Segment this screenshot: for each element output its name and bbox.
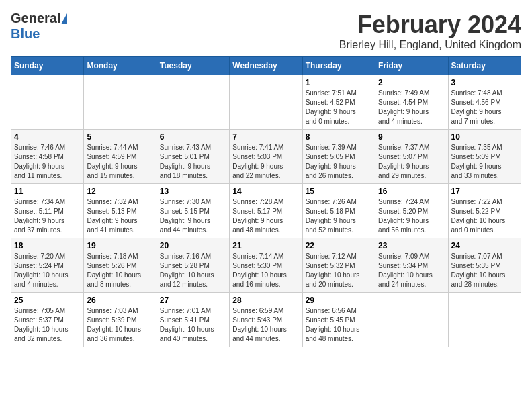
calendar-cell: 26Sunrise: 7:03 AM Sunset: 5:39 PM Dayli…: [84, 293, 157, 347]
day-info: Sunrise: 6:56 AM Sunset: 5:45 PM Dayligh…: [306, 306, 372, 344]
day-info: Sunrise: 7:09 AM Sunset: 5:34 PM Dayligh…: [378, 252, 445, 289]
day-info: Sunrise: 7:44 AM Sunset: 4:59 PM Dayligh…: [87, 143, 153, 181]
calendar-cell: 22Sunrise: 7:12 AM Sunset: 5:32 PM Dayli…: [302, 238, 375, 293]
calendar-cell: 12Sunrise: 7:32 AM Sunset: 5:13 PM Dayli…: [84, 184, 157, 238]
calendar-cell: 8Sunrise: 7:39 AM Sunset: 5:05 PM Daylig…: [302, 130, 375, 184]
calendar-cell: [448, 293, 521, 347]
day-number: 29: [306, 295, 372, 305]
day-number: 26: [87, 295, 153, 305]
calendar-cell: 6Sunrise: 7:43 AM Sunset: 5:01 PM Daylig…: [157, 130, 229, 184]
day-info: Sunrise: 7:28 AM Sunset: 5:17 PM Dayligh…: [232, 197, 299, 235]
day-info: Sunrise: 7:39 AM Sunset: 5:05 PM Dayligh…: [306, 143, 372, 181]
day-number: 8: [306, 132, 372, 142]
calendar-cell: 10Sunrise: 7:35 AM Sunset: 5:09 PM Dayli…: [448, 130, 521, 184]
day-info: Sunrise: 7:20 AM Sunset: 5:24 PM Dayligh…: [14, 252, 81, 289]
calendar-cell: 5Sunrise: 7:44 AM Sunset: 4:59 PM Daylig…: [84, 130, 157, 184]
logo-blue-text: Blue: [11, 26, 40, 42]
weekday-header-row: SundayMondayTuesdayWednesdayThursdayFrid…: [11, 57, 521, 75]
day-number: 27: [160, 295, 226, 305]
day-info: Sunrise: 7:18 AM Sunset: 5:26 PM Dayligh…: [87, 252, 153, 289]
calendar-cell: 15Sunrise: 7:26 AM Sunset: 5:18 PM Dayli…: [302, 184, 375, 238]
day-number: 6: [160, 132, 226, 142]
day-number: 21: [232, 241, 299, 250]
day-info: Sunrise: 6:59 AM Sunset: 5:43 PM Dayligh…: [232, 306, 299, 344]
day-number: 3: [451, 78, 518, 87]
weekday-header-monday: Monday: [84, 57, 157, 75]
day-number: 25: [14, 295, 81, 305]
day-number: 24: [451, 241, 518, 250]
calendar-cell: 3Sunrise: 7:48 AM Sunset: 4:56 PM Daylig…: [448, 75, 521, 130]
day-info: Sunrise: 7:01 AM Sunset: 5:41 PM Dayligh…: [160, 306, 226, 344]
calendar-cell: [230, 75, 302, 130]
day-number: 16: [378, 187, 445, 196]
day-info: Sunrise: 7:16 AM Sunset: 5:28 PM Dayligh…: [160, 252, 226, 289]
logo-general-text: General: [11, 11, 60, 26]
day-info: Sunrise: 7:48 AM Sunset: 4:56 PM Dayligh…: [451, 89, 518, 126]
weekday-header-tuesday: Tuesday: [157, 57, 229, 75]
weekday-header-thursday: Thursday: [302, 57, 375, 75]
day-info: Sunrise: 7:03 AM Sunset: 5:39 PM Dayligh…: [87, 306, 153, 344]
logo-triangle-icon: [61, 13, 67, 24]
calendar-cell: [11, 75, 84, 130]
day-info: Sunrise: 7:07 AM Sunset: 5:35 PM Dayligh…: [451, 252, 518, 289]
calendar-week-2: 4Sunrise: 7:46 AM Sunset: 4:58 PM Daylig…: [11, 130, 521, 184]
day-number: 15: [306, 187, 372, 196]
calendar-cell: 2Sunrise: 7:49 AM Sunset: 4:54 PM Daylig…: [375, 75, 448, 130]
calendar-cell: 16Sunrise: 7:24 AM Sunset: 5:20 PM Dayli…: [375, 184, 448, 238]
day-number: 11: [14, 187, 81, 196]
day-info: Sunrise: 7:37 AM Sunset: 5:07 PM Dayligh…: [378, 143, 445, 181]
calendar-cell: 20Sunrise: 7:16 AM Sunset: 5:28 PM Dayli…: [157, 238, 229, 293]
day-number: 1: [306, 78, 372, 87]
calendar-week-1: 1Sunrise: 7:51 AM Sunset: 4:52 PM Daylig…: [11, 75, 521, 130]
calendar-cell: [157, 75, 229, 130]
day-info: Sunrise: 7:49 AM Sunset: 4:54 PM Dayligh…: [378, 89, 445, 126]
calendar-cell: 27Sunrise: 7:01 AM Sunset: 5:41 PM Dayli…: [157, 293, 229, 347]
day-info: Sunrise: 7:43 AM Sunset: 5:01 PM Dayligh…: [160, 143, 226, 181]
day-number: 4: [14, 132, 81, 142]
calendar-cell: 13Sunrise: 7:30 AM Sunset: 5:15 PM Dayli…: [157, 184, 229, 238]
weekday-header-sunday: Sunday: [11, 57, 84, 75]
calendar-cell: 28Sunrise: 6:59 AM Sunset: 5:43 PM Dayli…: [230, 293, 302, 347]
day-number: 19: [87, 241, 153, 250]
day-info: Sunrise: 7:34 AM Sunset: 5:11 PM Dayligh…: [14, 197, 81, 235]
day-info: Sunrise: 7:12 AM Sunset: 5:32 PM Dayligh…: [306, 252, 372, 289]
calendar-cell: 24Sunrise: 7:07 AM Sunset: 5:35 PM Dayli…: [448, 238, 521, 293]
logo: General Blue: [11, 11, 67, 42]
location-title: Brierley Hill, England, United Kingdom: [339, 39, 521, 51]
calendar-cell: 21Sunrise: 7:14 AM Sunset: 5:30 PM Dayli…: [230, 238, 302, 293]
day-info: Sunrise: 7:22 AM Sunset: 5:22 PM Dayligh…: [451, 197, 518, 235]
day-number: 13: [160, 187, 226, 196]
day-number: 20: [160, 241, 226, 250]
day-number: 10: [451, 132, 518, 142]
calendar-week-3: 11Sunrise: 7:34 AM Sunset: 5:11 PM Dayli…: [11, 184, 521, 238]
calendar-table: SundayMondayTuesdayWednesdayThursdayFrid…: [11, 56, 521, 347]
day-number: 9: [378, 132, 445, 142]
calendar-cell: 1Sunrise: 7:51 AM Sunset: 4:52 PM Daylig…: [302, 75, 375, 130]
calendar-week-5: 25Sunrise: 7:05 AM Sunset: 5:37 PM Dayli…: [11, 293, 521, 347]
calendar-cell: 7Sunrise: 7:41 AM Sunset: 5:03 PM Daylig…: [230, 130, 302, 184]
day-info: Sunrise: 7:51 AM Sunset: 4:52 PM Dayligh…: [306, 89, 372, 126]
day-number: 7: [232, 132, 299, 142]
day-info: Sunrise: 7:35 AM Sunset: 5:09 PM Dayligh…: [451, 143, 518, 181]
day-info: Sunrise: 7:14 AM Sunset: 5:30 PM Dayligh…: [232, 252, 299, 289]
calendar-cell: 23Sunrise: 7:09 AM Sunset: 5:34 PM Dayli…: [375, 238, 448, 293]
calendar-cell: 14Sunrise: 7:28 AM Sunset: 5:17 PM Dayli…: [230, 184, 302, 238]
weekday-header-wednesday: Wednesday: [230, 57, 302, 75]
day-info: Sunrise: 7:05 AM Sunset: 5:37 PM Dayligh…: [14, 306, 81, 344]
calendar-cell: [84, 75, 157, 130]
day-info: Sunrise: 7:26 AM Sunset: 5:18 PM Dayligh…: [306, 197, 372, 235]
day-number: 12: [87, 187, 153, 196]
calendar-week-4: 18Sunrise: 7:20 AM Sunset: 5:24 PM Dayli…: [11, 238, 521, 293]
day-info: Sunrise: 7:46 AM Sunset: 4:58 PM Dayligh…: [14, 143, 81, 181]
title-area: February 2024 Brierley Hill, England, Un…: [339, 11, 521, 51]
calendar-cell: 11Sunrise: 7:34 AM Sunset: 5:11 PM Dayli…: [11, 184, 84, 238]
weekday-header-friday: Friday: [375, 57, 448, 75]
weekday-header-saturday: Saturday: [448, 57, 521, 75]
calendar-cell: 29Sunrise: 6:56 AM Sunset: 5:45 PM Dayli…: [302, 293, 375, 347]
calendar-cell: 18Sunrise: 7:20 AM Sunset: 5:24 PM Dayli…: [11, 238, 84, 293]
month-title: February 2024: [339, 11, 521, 39]
day-number: 17: [451, 187, 518, 196]
day-number: 5: [87, 132, 153, 142]
calendar-cell: 4Sunrise: 7:46 AM Sunset: 4:58 PM Daylig…: [11, 130, 84, 184]
day-number: 14: [232, 187, 299, 196]
